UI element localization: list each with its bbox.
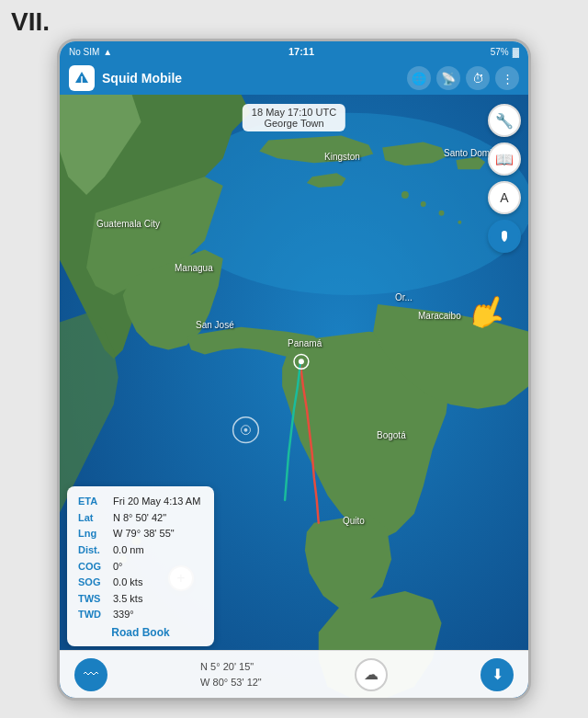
status-bar-right: 57% ▓ bbox=[491, 47, 519, 57]
wifi-icon: ▲ bbox=[103, 47, 112, 57]
road-book-link[interactable]: Road Book bbox=[78, 626, 203, 639]
carrier-text: No SIM bbox=[69, 47, 99, 57]
battery-text: 57% bbox=[491, 47, 509, 57]
twd-label: TWD bbox=[78, 607, 107, 623]
bottom-coordinates: N 5° 20' 15" W 80° 53' 12" bbox=[200, 659, 262, 690]
battery-icon: ▓ bbox=[513, 47, 519, 57]
info-row-lng: Lng W 79° 38' 55" bbox=[78, 526, 203, 542]
svg-point-5 bbox=[401, 191, 409, 199]
device-frame: No SIM ▲ 17:11 57% ▓ Squid Mobile 🌐 📡 ⏱ … bbox=[57, 39, 531, 701]
sog-value: 0.0 kts bbox=[113, 575, 142, 591]
cog-value: 0° bbox=[113, 559, 123, 576]
info-row-dist: Dist. 0.0 nm bbox=[78, 542, 203, 559]
book-button[interactable]: 📖 bbox=[488, 142, 521, 176]
info-row-eta: ETA Fri 20 May 4:13 AM bbox=[78, 494, 203, 510]
svg-point-10 bbox=[299, 359, 304, 364]
cloud-button[interactable]: ☁ bbox=[355, 658, 388, 691]
eta-label: ETA bbox=[78, 494, 107, 510]
svg-point-13 bbox=[243, 428, 247, 432]
more-icon[interactable]: ⋮ bbox=[495, 66, 519, 90]
bottom-bar: 〰 N 5° 20' 15" W 80° 53' 12" ☁ ⬇ bbox=[60, 650, 528, 698]
svg-point-8 bbox=[458, 221, 461, 224]
touch-button[interactable] bbox=[488, 220, 521, 253]
globe-icon[interactable]: 🌐 bbox=[407, 66, 431, 90]
info-row-sog: SOG 0.0 kts bbox=[78, 575, 203, 591]
sog-label: SOG bbox=[78, 575, 107, 591]
nav-bar: Squid Mobile 🌐 📡 ⏱ ⋮ bbox=[60, 62, 528, 95]
status-bar: No SIM ▲ 17:11 57% ▓ bbox=[60, 41, 528, 62]
annotation-button[interactable]: A bbox=[488, 181, 521, 214]
dist-label: Dist. bbox=[78, 542, 107, 559]
svg-point-6 bbox=[421, 201, 426, 207]
lng-value: W 79° 38' 55" bbox=[113, 526, 175, 542]
right-buttons: 🔧 📖 A bbox=[488, 104, 521, 253]
datetime-line2: George Town bbox=[252, 118, 336, 129]
status-bar-time: 17:11 bbox=[288, 46, 314, 57]
cloud-download-button[interactable]: ⬇ bbox=[481, 658, 514, 691]
satellite-icon[interactable]: 📡 bbox=[436, 66, 460, 90]
chart-button[interactable]: 〰 bbox=[74, 658, 107, 691]
tws-value: 3.5 kts bbox=[113, 591, 142, 608]
status-bar-left: No SIM ▲ bbox=[69, 47, 112, 57]
info-row-cog: COG 0° bbox=[78, 559, 203, 576]
coord-line2: W 80° 53' 12" bbox=[200, 675, 262, 690]
eta-value: Fri 20 May 4:13 AM bbox=[113, 494, 200, 510]
nav-title: Squid Mobile bbox=[102, 71, 400, 85]
wrench-button[interactable]: 🔧 bbox=[488, 104, 521, 137]
info-row-twd: TWD 339° bbox=[78, 607, 203, 623]
map-area[interactable]: 18 May 17:10 UTC George Town Guatemala C… bbox=[60, 95, 528, 698]
lat-label: Lat bbox=[78, 510, 107, 527]
lat-value: N 8° 50' 42" bbox=[113, 510, 166, 527]
info-row-tws: TWS 3.5 kts bbox=[78, 591, 203, 608]
datetime-badge: 18 May 17:10 UTC George Town bbox=[243, 104, 345, 131]
cog-label: COG bbox=[78, 559, 107, 576]
lng-label: Lng bbox=[78, 526, 107, 542]
app-icon[interactable] bbox=[69, 65, 95, 91]
info-panel: ETA Fri 20 May 4:13 AM Lat N 8° 50' 42" … bbox=[67, 486, 214, 646]
page-heading: VII. bbox=[11, 7, 50, 37]
dist-value: 0.0 nm bbox=[113, 542, 144, 559]
nav-top-icons: 🌐 📡 ⏱ ⋮ bbox=[407, 66, 519, 90]
svg-point-7 bbox=[439, 211, 445, 216]
datetime-line1: 18 May 17:10 UTC bbox=[252, 107, 336, 118]
info-row-lat: Lat N 8° 50' 42" bbox=[78, 510, 203, 527]
tws-label: TWS bbox=[78, 591, 107, 608]
clock-icon[interactable]: ⏱ bbox=[466, 66, 490, 90]
coord-line1: N 5° 20' 15" bbox=[200, 659, 262, 675]
twd-value: 339° bbox=[113, 607, 134, 623]
